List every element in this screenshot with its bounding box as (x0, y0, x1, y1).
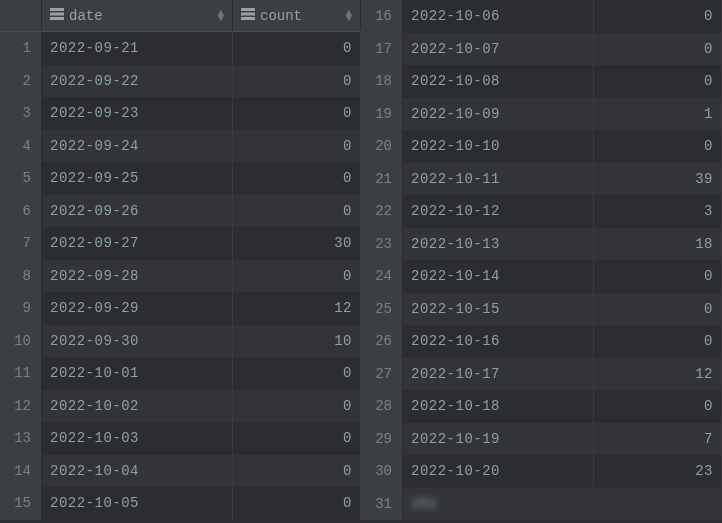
row-number-cell: 28 (361, 390, 403, 423)
date-cell: 2022-10-16 (403, 325, 594, 358)
svg-rect-2 (50, 17, 64, 20)
table-row[interactable]: 102022-09-3010 (0, 325, 361, 358)
row-number-cell: 19 (361, 98, 403, 131)
table-row[interactable]: 302022-10-2023 (361, 455, 722, 488)
table-row[interactable]: 222022-10-123 (361, 195, 722, 228)
date-cell: 2022-10-12 (403, 195, 594, 228)
date-cell: 2022-10-10 (403, 130, 594, 163)
table-row[interactable]: 72022-09-2730 (0, 227, 361, 260)
table-row[interactable]: 172022-10-070 (361, 33, 722, 66)
count-cell: 0 (233, 65, 361, 98)
results-left-column: date ▲▼ count ▲▼ 12022-09-21022022-09-22… (0, 0, 361, 523)
count-cell: 10 (233, 325, 361, 358)
table-row[interactable]: 192022-10-091 (361, 98, 722, 131)
date-cell: 2022-10-11 (403, 163, 594, 196)
table-row[interactable]: 182022-10-080 (361, 65, 722, 98)
table-row[interactable]: 22022-09-220 (0, 65, 361, 98)
date-cell: 2022-10-14 (403, 260, 594, 293)
date-cell: 2022-10-07 (403, 33, 594, 66)
table-row[interactable]: 162022-10-060 (361, 0, 722, 33)
date-cell: 2022-10-19 (403, 423, 594, 456)
sort-icon[interactable]: ▲▼ (345, 11, 352, 21)
row-number-cell: 8 (0, 260, 42, 293)
column-icon (241, 8, 255, 24)
table-row[interactable]: 132022-10-030 (0, 422, 361, 455)
date-cell: 2022-09-23 (42, 97, 233, 130)
row-number-cell: 20 (361, 130, 403, 163)
row-number-cell: 25 (361, 293, 403, 326)
svg-rect-5 (241, 17, 255, 20)
count-cell: 0 (594, 130, 722, 163)
row-number-cell: 13 (0, 422, 42, 455)
table-row[interactable]: 62022-09-260 (0, 195, 361, 228)
date-cell: 2022-09-21 (42, 32, 233, 65)
row-number-cell: 10 (0, 325, 42, 358)
row-number-cell: 5 (0, 162, 42, 195)
row-number-cell: 6 (0, 195, 42, 228)
count-cell: 0 (233, 162, 361, 195)
table-row[interactable]: 82022-09-280 (0, 260, 361, 293)
table-row[interactable]: 122022-10-020 (0, 390, 361, 423)
row-number-cell: 26 (361, 325, 403, 358)
row-number-cell: 12 (0, 390, 42, 423)
date-cell: 2022-09-29 (42, 292, 233, 325)
row-number-cell: 21 (361, 163, 403, 196)
table-row[interactable]: 232022-10-1318 (361, 228, 722, 261)
count-cell: 0 (594, 293, 722, 326)
table-row[interactable]: 282022-10-180 (361, 390, 722, 423)
table-row[interactable]: 112022-10-010 (0, 357, 361, 390)
table-row[interactable]: 272022-10-1712 (361, 358, 722, 391)
sort-icon[interactable]: ▲▼ (217, 11, 224, 21)
date-cell: 2022-10-15 (403, 293, 594, 326)
table-row[interactable]: 42022-09-240 (0, 130, 361, 163)
row-number-cell: 3 (0, 97, 42, 130)
table-row[interactable]: 262022-10-160 (361, 325, 722, 358)
count-cell: 18 (594, 228, 722, 261)
row-number-cell: 14 (0, 455, 42, 488)
count-cell: 0 (594, 390, 722, 423)
table-row[interactable]: 292022-10-197 (361, 423, 722, 456)
date-cell: 2022-10-08 (403, 65, 594, 98)
svg-rect-1 (50, 12, 64, 15)
row-number-cell: 16 (361, 0, 403, 33)
table-row[interactable]: 212022-10-1139 (361, 163, 722, 196)
table-row[interactable]: 31202 (361, 488, 722, 521)
table-row[interactable]: 202022-10-100 (361, 130, 722, 163)
column-icon (50, 8, 64, 24)
date-cell: 2022-10-13 (403, 228, 594, 261)
date-column-header[interactable]: date ▲▼ (42, 0, 233, 31)
date-cell: 2022-10-20 (403, 455, 594, 488)
count-cell: 0 (594, 65, 722, 98)
row-number-cell: 4 (0, 130, 42, 163)
count-cell (594, 488, 722, 521)
table-row[interactable]: 242022-10-140 (361, 260, 722, 293)
date-cell: 2022-09-22 (42, 65, 233, 98)
row-number-cell: 24 (361, 260, 403, 293)
table-row[interactable]: 152022-10-050 (0, 487, 361, 520)
table-row[interactable]: 142022-10-040 (0, 455, 361, 488)
row-number-cell: 29 (361, 423, 403, 456)
svg-rect-3 (241, 8, 255, 11)
svg-rect-4 (241, 12, 255, 15)
table-row[interactable]: 32022-09-230 (0, 97, 361, 130)
date-cell: 2022-10-09 (403, 98, 594, 131)
row-number-cell: 23 (361, 228, 403, 261)
count-cell: 39 (594, 163, 722, 196)
date-cell: 2022-10-06 (403, 0, 594, 33)
count-cell: 0 (233, 357, 361, 390)
date-cell: 2022-09-28 (42, 260, 233, 293)
count-header-label: count (260, 8, 302, 24)
date-cell: 2022-09-25 (42, 162, 233, 195)
row-number-cell: 2 (0, 65, 42, 98)
date-cell: 2022-09-30 (42, 325, 233, 358)
count-column-header[interactable]: count ▲▼ (233, 0, 361, 31)
table-row[interactable]: 252022-10-150 (361, 293, 722, 326)
row-number-header[interactable] (0, 0, 42, 31)
count-cell: 0 (594, 0, 722, 33)
table-row[interactable]: 12022-09-210 (0, 32, 361, 65)
count-cell: 23 (594, 455, 722, 488)
date-cell: 2022-10-03 (42, 422, 233, 455)
table-row[interactable]: 52022-09-250 (0, 162, 361, 195)
table-row[interactable]: 92022-09-2912 (0, 292, 361, 325)
date-cell: 2022-09-26 (42, 195, 233, 228)
